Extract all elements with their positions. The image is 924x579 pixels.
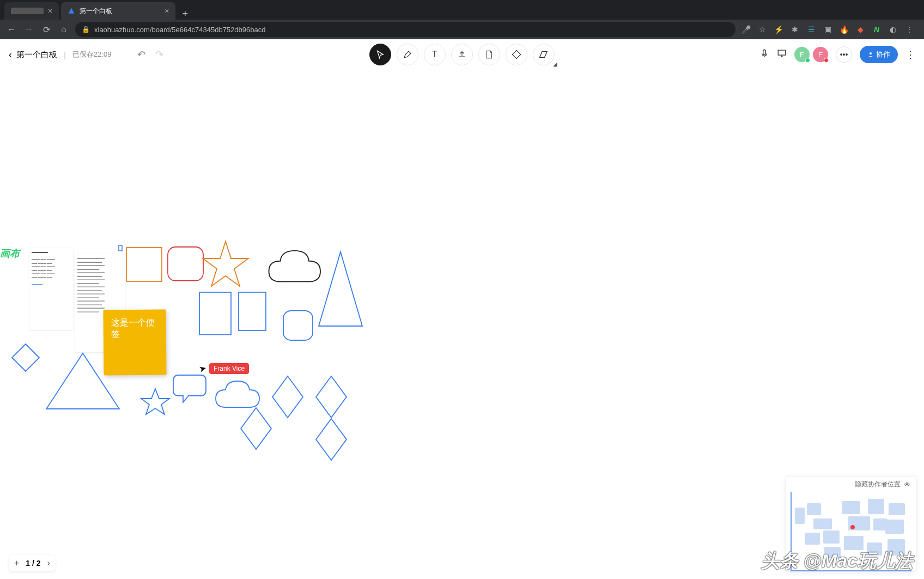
svg-rect-5 bbox=[119, 245, 122, 251]
svg-rect-2 bbox=[763, 50, 766, 55]
image-icon[interactable]: ▣ bbox=[823, 25, 832, 34]
svg-marker-16 bbox=[272, 376, 303, 418]
more-button[interactable]: ••• bbox=[836, 46, 852, 63]
collaborator-name: Frank Vice bbox=[209, 363, 249, 374]
svg-marker-8 bbox=[203, 242, 248, 286]
page-indicator: 1 / 2 bbox=[26, 559, 40, 568]
shapes-layer bbox=[0, 70, 763, 560]
svg-rect-12 bbox=[283, 311, 313, 340]
svg-rect-3 bbox=[778, 50, 786, 55]
new-tab-button[interactable]: + bbox=[175, 8, 194, 20]
menu-icon[interactable]: ⋮ bbox=[904, 25, 914, 34]
browser-tab-strip: × 第一个白板 × + bbox=[0, 0, 924, 20]
mic-icon[interactable]: 🎤 bbox=[741, 25, 751, 34]
select-tool[interactable] bbox=[369, 44, 391, 65]
add-page-button[interactable]: + bbox=[14, 558, 19, 568]
url-input[interactable]: 🔒 xiaohuazhuo.com/board/5e664c74345db752… bbox=[75, 22, 735, 37]
back-button[interactable]: ‹ bbox=[9, 49, 12, 61]
collab-button[interactable]: 协作 bbox=[860, 46, 898, 63]
bars-icon[interactable]: ☰ bbox=[806, 25, 816, 34]
close-icon[interactable]: × bbox=[165, 7, 169, 15]
address-bar: ← → ⟳ ⌂ 🔒 xiaohuazhuo.com/board/5e664c74… bbox=[0, 20, 924, 39]
reload-icon[interactable]: ⟳ bbox=[40, 25, 52, 35]
minimap-viewport[interactable] bbox=[791, 492, 911, 571]
snowflake-icon[interactable]: ✱ bbox=[790, 25, 800, 34]
eye-icon[interactable]: 👁 bbox=[904, 481, 910, 488]
svg-marker-0 bbox=[69, 8, 75, 14]
shape-tool[interactable] bbox=[506, 44, 527, 65]
cursor-icon: ➤ bbox=[198, 363, 207, 375]
shield-icon[interactable]: ◆ bbox=[855, 25, 865, 34]
avatar-user-2[interactable]: F bbox=[813, 47, 828, 62]
minimap-panel[interactable]: 隐藏协作者位置 👁 bbox=[786, 476, 916, 571]
back-icon[interactable]: ← bbox=[5, 25, 17, 34]
n-icon[interactable]: N bbox=[872, 25, 882, 34]
bolt-icon[interactable]: ⚡ bbox=[774, 25, 783, 34]
lock-icon: 🔒 bbox=[82, 26, 90, 33]
tool-palette: T ◢ bbox=[369, 44, 555, 65]
erase-tool[interactable]: ◢ bbox=[533, 44, 555, 65]
svg-rect-10 bbox=[199, 292, 231, 335]
save-status: 已保存22:09 bbox=[72, 50, 112, 59]
svg-rect-1 bbox=[512, 50, 520, 58]
redo-button[interactable]: ↷ bbox=[155, 49, 163, 61]
text-tool[interactable]: T bbox=[424, 44, 446, 65]
undo-button[interactable]: ↶ bbox=[137, 49, 145, 61]
expand-corner-icon: ◢ bbox=[553, 61, 557, 67]
drop-icon[interactable]: 🔥 bbox=[839, 25, 849, 34]
kebab-menu[interactable]: ⋮ bbox=[905, 49, 915, 61]
forward-icon[interactable]: → bbox=[23, 25, 35, 34]
app-toolbar: ‹ 第一个白板 | 已保存22:09 ↶ ↷ T ◢ bbox=[0, 39, 924, 70]
svg-marker-13 bbox=[12, 344, 39, 371]
browser-tab-1[interactable]: × bbox=[4, 2, 59, 20]
collaborator-cursor: ➤ Frank Vice bbox=[199, 363, 249, 374]
svg-marker-9 bbox=[319, 252, 362, 326]
svg-marker-15 bbox=[141, 389, 169, 414]
next-page-button[interactable]: › bbox=[47, 558, 50, 568]
svg-marker-18 bbox=[241, 408, 271, 449]
home-icon[interactable]: ⌂ bbox=[58, 25, 70, 34]
close-icon[interactable]: × bbox=[48, 7, 52, 15]
svg-marker-14 bbox=[46, 353, 119, 409]
profile-icon[interactable]: ◐ bbox=[888, 25, 898, 34]
browser-tab-2[interactable]: 第一个白板 × bbox=[61, 2, 175, 20]
svg-rect-6 bbox=[126, 248, 162, 281]
svg-rect-7 bbox=[168, 247, 203, 281]
page-navigator: + 1 / 2 › bbox=[9, 555, 56, 571]
svg-marker-17 bbox=[316, 376, 346, 418]
doc-tool[interactable] bbox=[478, 44, 500, 65]
present-button[interactable] bbox=[777, 49, 787, 61]
svg-marker-19 bbox=[316, 419, 346, 460]
pen-tool[interactable] bbox=[397, 44, 418, 65]
svg-rect-11 bbox=[239, 292, 266, 330]
avatar-user-1[interactable]: F bbox=[794, 47, 810, 62]
url-text: xiaohuazhuo.com/board/5e664c74345db752db… bbox=[94, 26, 265, 34]
tab-title: 第一个白板 bbox=[80, 7, 112, 16]
svg-point-4 bbox=[870, 52, 872, 55]
upload-tool[interactable] bbox=[451, 44, 473, 65]
mic-button[interactable] bbox=[759, 49, 769, 61]
board-title: 第一个白板 bbox=[16, 50, 57, 60]
star-icon[interactable]: ☆ bbox=[757, 25, 767, 34]
minimap-label: 隐藏协作者位置 bbox=[855, 480, 901, 489]
whiteboard-canvas[interactable]: 画布 ▬▬▬▬▬▬▬▬▬ ▬▬ ▬▬▬▬▬ ▬▬▬ ▬▬▬▬▬ ▬▬ ▬▬▬▬▬… bbox=[0, 70, 924, 579]
